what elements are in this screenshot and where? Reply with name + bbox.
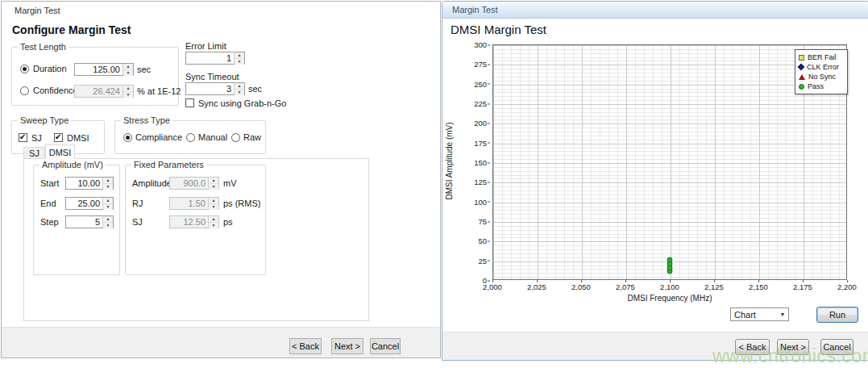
test-length-group: Test Length Duration 125.00 sec Confiden… xyxy=(11,47,179,106)
fixed-sj-value: 12.50 xyxy=(170,216,208,228)
start-spin-buttons[interactable] xyxy=(102,178,113,189)
end-spin-buttons[interactable] xyxy=(102,198,113,209)
x-tick-label: 2,175 xyxy=(793,282,812,291)
fixed-sj-spinner: 12.50 xyxy=(169,215,219,228)
stress-raw-label: Raw xyxy=(243,132,261,142)
amplitude-group: Amplitude (mV) Start 10.00 End 25.00 Ste… xyxy=(33,165,120,275)
duration-unit: sec xyxy=(137,65,151,74)
stress-manual-radio[interactable] xyxy=(186,133,195,142)
end-label: End xyxy=(40,199,56,208)
fixed-amplitude-label: Amplitude xyxy=(132,178,172,188)
error-limit-spinner[interactable]: 1 xyxy=(185,52,245,65)
data-point-pass xyxy=(667,257,673,262)
amplitude-legend: Amplitude (mV) xyxy=(39,160,106,169)
legend-label: Pass xyxy=(808,82,824,90)
fixed-amplitude-spin-buttons xyxy=(208,178,218,189)
view-dropdown[interactable]: Chart ▼ xyxy=(730,307,789,321)
chart-plot-area xyxy=(492,44,847,280)
tab-sj[interactable]: SJ xyxy=(23,147,45,159)
cancel-button[interactable]: Cancel xyxy=(370,338,401,354)
sweep-sj-label: SJ xyxy=(31,133,42,143)
stress-manual-label: Manual xyxy=(198,132,227,142)
duration-spinner[interactable]: 125.00 xyxy=(74,63,134,76)
legend-item: BER Fail xyxy=(799,52,844,62)
sweep-sj-checkbox[interactable] xyxy=(19,133,27,142)
start-label: Start xyxy=(40,178,59,188)
legend-item: No Sync xyxy=(799,72,844,82)
view-dropdown-value: Chart xyxy=(731,310,777,320)
y-tick-label: 125 xyxy=(474,178,487,186)
sync-timeout-unit: sec xyxy=(248,84,262,94)
sync-timeout-spin-buttons[interactable] xyxy=(234,83,244,94)
duration-label: Duration xyxy=(33,64,67,73)
duration-spin-buttons[interactable] xyxy=(123,64,133,75)
legend-item: CLK Error xyxy=(799,62,844,72)
confidence-spin-buttons xyxy=(123,86,133,97)
y-tick-label: 275 xyxy=(474,60,487,69)
chevron-down-icon: ▼ xyxy=(777,312,788,317)
x-tick-label: 2,150 xyxy=(749,282,768,291)
fixed-sj-unit: ps xyxy=(223,217,233,227)
watermark: www.cntronics.com xyxy=(712,345,868,367)
left-window-titlebar: Margin Test xyxy=(2,2,440,19)
sync-timeout-spinner[interactable]: 3 xyxy=(185,82,245,95)
fixed-amplitude-unit: mV xyxy=(223,178,237,188)
confidence-unit: % at 1E-12 xyxy=(137,86,181,96)
stress-type-group: Stress Type Compliance Manual Raw xyxy=(114,120,266,154)
error-limit-spin-buttons[interactable] xyxy=(234,52,244,64)
step-spinner[interactable]: 5 xyxy=(65,215,114,228)
y-tick-label: 50 xyxy=(478,236,487,245)
fixed-amplitude-value: 900.0 xyxy=(170,178,208,189)
end-spinner[interactable]: 25.00 xyxy=(65,197,114,210)
duration-value: 125.00 xyxy=(75,64,123,75)
sweep-type-legend: Sweep Type xyxy=(18,115,71,125)
screen: Margin Test Configure Margin Test Test L… xyxy=(0,0,868,368)
fixed-parameters-legend: Fixed Parameters xyxy=(131,160,206,169)
legend-label: No Sync xyxy=(808,73,836,81)
start-spinner[interactable]: 10.00 xyxy=(65,177,114,190)
end-value: 25.00 xyxy=(66,198,102,209)
sync-timeout-value: 3 xyxy=(186,83,234,94)
confidence-label: Confidence xyxy=(33,86,78,95)
right-window-titlebar: Margin Test xyxy=(442,2,868,19)
y-tick-label: 175 xyxy=(474,138,487,147)
legend-item: Pass xyxy=(799,82,844,91)
y-tick-label: 250 xyxy=(474,79,487,88)
next-button[interactable]: Next > xyxy=(331,338,363,354)
sync-timeout-label: Sync Timeout xyxy=(185,72,239,82)
rj-label: RJ xyxy=(132,199,143,208)
x-tick-label: 2,200 xyxy=(837,282,857,291)
start-value: 10.00 xyxy=(66,178,102,189)
chart-legend: BER FailCLK ErrorNo SyncPass xyxy=(795,49,848,94)
step-label: Step xyxy=(40,217,59,227)
left-window-title: Margin Test xyxy=(15,6,60,15)
legend-label: BER Fail xyxy=(808,53,837,61)
tab-dmsi[interactable]: DMSI xyxy=(45,144,75,159)
stress-raw-radio[interactable] xyxy=(231,133,240,142)
right-window-title: Margin Test xyxy=(452,5,498,15)
run-button[interactable]: Run xyxy=(816,307,858,323)
square-marker-icon xyxy=(799,55,804,61)
duration-radio[interactable] xyxy=(20,65,29,73)
rj-spinner: 1.50 xyxy=(169,197,219,210)
x-tick-label: 2,075 xyxy=(616,282,635,291)
sweep-dmsi-checkbox[interactable] xyxy=(54,133,63,142)
y-tick-label: 150 xyxy=(474,158,487,167)
step-spin-buttons[interactable] xyxy=(102,216,113,228)
rj-unit: ps (RMS) xyxy=(223,199,260,208)
circle-marker-icon xyxy=(799,84,804,90)
sync-grab-n-go-checkbox[interactable] xyxy=(185,98,194,107)
confidence-radio[interactable] xyxy=(20,86,29,95)
back-button[interactable]: < Back xyxy=(289,338,322,354)
stress-compliance-radio[interactable] xyxy=(123,133,132,142)
x-axis: 2,0002,0252,0502,0752,1002,1252,1502,175… xyxy=(492,282,847,292)
diamond-marker-icon xyxy=(798,64,804,70)
x-tick-label: 2,050 xyxy=(571,282,591,291)
confidence-spinner: 26.424 xyxy=(74,85,134,98)
triangle-marker-icon xyxy=(799,74,805,80)
error-limit-value: 1 xyxy=(186,52,234,64)
test-length-legend: Test Length xyxy=(18,42,69,52)
stress-type-legend: Stress Type xyxy=(121,115,172,125)
error-limit-label: Error Limit xyxy=(185,41,226,51)
legend-label: CLK Error xyxy=(807,63,839,71)
